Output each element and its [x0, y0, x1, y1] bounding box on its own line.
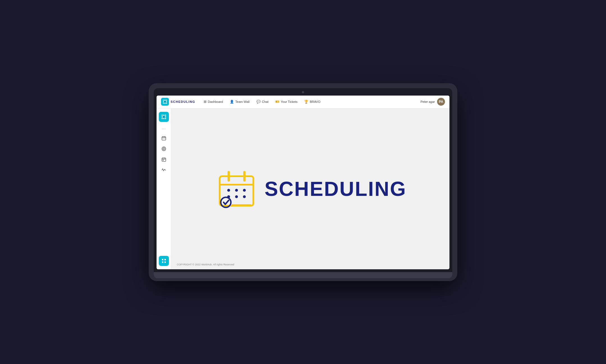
svg-point-40 — [243, 189, 246, 192]
top-nav: SCHEDULING ⊞ Dashboard 👤 Team Wall 💬 — [157, 96, 449, 108]
svg-rect-6 — [163, 103, 164, 104]
sidebar-calendar-icon[interactable] — [159, 134, 168, 143]
svg-rect-12 — [162, 116, 163, 117]
svg-rect-5 — [166, 101, 167, 102]
svg-rect-10 — [163, 115, 164, 116]
nav-link-chat[interactable]: 💬 Chat — [254, 98, 271, 105]
svg-rect-32 — [162, 261, 163, 263]
nav-link-teamwall-label: Team Wall — [235, 100, 250, 103]
user-name: Peter agar — [421, 100, 435, 103]
screen-bezel: SCHEDULING ⊞ Dashboard 👤 Team Wall 💬 — [154, 88, 452, 272]
svg-rect-30 — [162, 259, 163, 260]
laptop-frame: SCHEDULING ⊞ Dashboard 👤 Team Wall 💬 — [149, 83, 457, 281]
nav-link-tickets[interactable]: 🎫 Your Tickets — [272, 98, 300, 105]
sidebar-activity-icon[interactable] — [159, 166, 168, 175]
dashboard-icon: ⊞ — [204, 100, 206, 104]
nav-link-tickets-label: Your Tickets — [281, 100, 298, 103]
svg-rect-18 — [162, 137, 166, 140]
svg-point-38 — [227, 189, 230, 192]
svg-rect-16 — [163, 118, 164, 119]
nav-link-dashboard-label: Dashboard — [208, 100, 223, 103]
nav-link-dashboard[interactable]: ⊞ Dashboard — [201, 98, 226, 105]
svg-rect-2 — [166, 100, 167, 101]
svg-point-42 — [235, 195, 238, 198]
svg-point-39 — [235, 189, 238, 192]
brand-center: SCHEDULING — [214, 166, 407, 211]
svg-rect-0 — [163, 100, 164, 101]
scheduling-calendar-logo — [214, 166, 259, 211]
user-avatar[interactable]: PA — [437, 98, 445, 106]
svg-rect-7 — [164, 103, 166, 104]
content-area: SCHEDULING COPYRIGHT © 2022 WorkHub. All… — [171, 108, 449, 269]
svg-rect-1 — [164, 100, 166, 101]
svg-rect-13 — [163, 116, 164, 117]
svg-rect-14 — [165, 116, 166, 117]
sidebar-bottom-app-icon[interactable] — [159, 256, 169, 266]
app-container: SCHEDULING ⊞ Dashboard 👤 Team Wall 💬 — [157, 96, 449, 269]
svg-rect-4 — [164, 101, 166, 102]
laptop-screen: SCHEDULING ⊞ Dashboard 👤 Team Wall 💬 — [157, 96, 449, 269]
main-body: ··· — [157, 108, 449, 269]
svg-rect-8 — [166, 103, 167, 104]
svg-rect-33 — [164, 261, 166, 263]
svg-rect-29 — [163, 160, 164, 161]
brand-name: SCHEDULING — [171, 100, 195, 103]
main-brand-text: SCHEDULING — [265, 177, 407, 200]
teamwall-icon: 👤 — [230, 100, 234, 104]
svg-rect-11 — [165, 115, 166, 116]
user-initials: PA — [439, 100, 443, 104]
nav-link-chat-label: Chat — [262, 100, 268, 103]
nav-link-bravo[interactable]: 🏆 BRAVO — [301, 98, 323, 105]
nav-link-teamwall[interactable]: 👤 Team Wall — [227, 98, 252, 105]
nav-link-bravo-label: BRAVO — [310, 100, 320, 103]
svg-rect-31 — [164, 259, 166, 260]
bravo-icon: 🏆 — [304, 100, 308, 104]
nav-right: Peter agar PA — [421, 98, 445, 106]
nav-links: ⊞ Dashboard 👤 Team Wall 💬 Chat 🎫 — [201, 98, 421, 105]
nav-brand: SCHEDULING — [161, 98, 195, 106]
svg-rect-9 — [162, 115, 163, 116]
footer-copyright: COPYRIGHT © 2022 WorkHub. All rights Res… — [177, 263, 234, 266]
svg-rect-17 — [165, 118, 166, 119]
svg-rect-3 — [163, 101, 164, 102]
svg-rect-25 — [162, 158, 166, 161]
svg-rect-15 — [162, 118, 163, 119]
brand-logo-icon — [161, 98, 169, 106]
chat-icon: 💬 — [256, 100, 261, 104]
svg-point-24 — [163, 148, 164, 149]
laptop-base — [154, 272, 452, 278]
laptop-bottom — [154, 278, 452, 281]
sidebar-target-icon[interactable] — [159, 144, 168, 153]
svg-point-43 — [243, 195, 246, 198]
sidebar-calendar2-icon[interactable] — [159, 155, 168, 164]
sidebar: ··· — [157, 108, 171, 269]
sidebar-dots: ··· — [162, 126, 166, 131]
sidebar-app-icon[interactable] — [159, 112, 169, 122]
camera — [302, 91, 304, 93]
tickets-icon: 🎫 — [275, 100, 279, 104]
